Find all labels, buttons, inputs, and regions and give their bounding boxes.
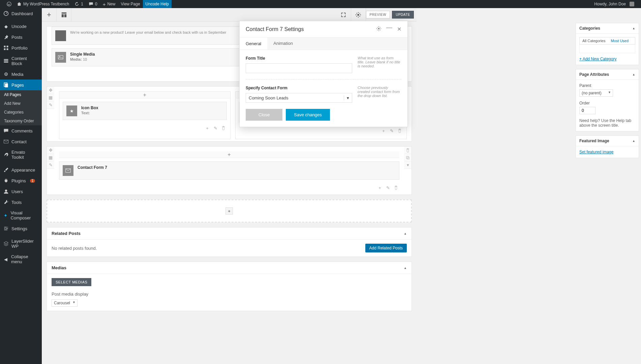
chevron-up-icon[interactable]: ▲ bbox=[404, 266, 407, 270]
tab-general[interactable]: General bbox=[240, 37, 267, 50]
svg-point-0 bbox=[7, 2, 11, 6]
settings-button[interactable] bbox=[351, 8, 366, 22]
mail-icon bbox=[63, 165, 73, 176]
svg-rect-4 bbox=[4, 49, 6, 50]
sliders-icon bbox=[3, 226, 9, 231]
trash-icon[interactable] bbox=[396, 127, 403, 134]
edit-icon[interactable]: ✎ bbox=[212, 125, 219, 131]
svg-point-18 bbox=[357, 14, 359, 16]
field-label: Parent bbox=[579, 83, 635, 88]
columns-icon[interactable]: ▦ bbox=[47, 94, 54, 101]
close-icon[interactable]: ✕ bbox=[397, 26, 401, 32]
vc-icon: ✦ bbox=[3, 213, 8, 218]
edit-icon[interactable]: ✎ bbox=[385, 184, 391, 191]
minimize-icon[interactable]: — bbox=[386, 26, 392, 32]
site-link[interactable]: My WordPress Testbench bbox=[14, 0, 72, 8]
vc-row-cf7: ✥ ▦ ✎ ▾ + Contact Form 7 + ✎ bbox=[47, 146, 412, 195]
nav-contact[interactable]: Contact bbox=[0, 136, 42, 147]
set-featured-image-link[interactable]: Set featured image bbox=[579, 150, 613, 154]
vc-icon-box-module[interactable]: ★ Icon Box Text: bbox=[63, 102, 227, 120]
trash-icon[interactable] bbox=[404, 147, 411, 154]
chevron-up-icon[interactable]: ▲ bbox=[632, 73, 635, 76]
nav-content-block[interactable]: Content Block bbox=[0, 53, 42, 69]
nav-taxonomy-order[interactable]: Taxonomy Order bbox=[0, 117, 42, 125]
trash-icon[interactable] bbox=[393, 184, 399, 191]
order-input[interactable] bbox=[579, 107, 596, 114]
nav-users[interactable]: Users bbox=[0, 186, 42, 197]
related-posts-panel: Related Posts▲ No related posts found. A… bbox=[47, 227, 412, 257]
nav-uncode[interactable]: ◆Uncode bbox=[0, 21, 42, 32]
layers-icon bbox=[3, 241, 9, 246]
wp-admin-bar: My WordPress Testbench 1 0 +New View Pag… bbox=[0, 0, 641, 8]
tab-animation[interactable]: Animation bbox=[267, 37, 299, 50]
add-element-button[interactable]: + bbox=[42, 8, 57, 22]
move-icon[interactable]: ✥ bbox=[47, 147, 54, 154]
cf7-settings-modal: Contact Form 7 Settings — ✕ General Anim… bbox=[239, 21, 408, 127]
vc-cf7-module[interactable]: Contact Form 7 bbox=[59, 161, 399, 180]
fullscreen-button[interactable] bbox=[336, 8, 351, 22]
add-category-link[interactable]: + Add New Category bbox=[579, 57, 616, 61]
modal-title: Contact Form 7 Settings bbox=[246, 26, 304, 32]
view-page-link[interactable]: View Page bbox=[118, 0, 143, 8]
chevron-down-icon[interactable]: ▾ bbox=[404, 161, 411, 169]
chevron-up-icon[interactable]: ▲ bbox=[632, 139, 635, 143]
nav-page-categories[interactable]: Categories bbox=[0, 108, 42, 117]
nav-appearance[interactable]: Appearance bbox=[0, 164, 42, 175]
form-title-input[interactable] bbox=[246, 63, 352, 73]
update-button[interactable]: UPDATE bbox=[392, 11, 414, 19]
parent-select[interactable]: (no parent) bbox=[579, 89, 613, 97]
image-icon bbox=[55, 52, 66, 63]
preview-button[interactable]: PREVIEW bbox=[366, 11, 390, 19]
nav-plugins[interactable]: Plugins1 bbox=[0, 175, 42, 186]
close-button[interactable]: Close bbox=[246, 109, 282, 121]
new-link[interactable]: +New bbox=[100, 0, 118, 8]
nav-add-page[interactable]: Add New bbox=[0, 99, 42, 108]
nav-pages[interactable]: Pages bbox=[0, 80, 42, 90]
add-icon[interactable]: + bbox=[204, 125, 211, 131]
nav-dashboard[interactable]: Dashboard bbox=[0, 8, 42, 19]
column-add-button[interactable]: + bbox=[227, 152, 231, 157]
clone-icon[interactable] bbox=[404, 154, 411, 161]
chevron-up-icon[interactable]: ▲ bbox=[632, 27, 635, 30]
my-account[interactable]: Howdy, John Doe bbox=[591, 0, 637, 8]
select-medias-button[interactable]: SELECT MEDIAS bbox=[52, 278, 91, 286]
comment-icon bbox=[3, 128, 9, 133]
uncode-help-link[interactable]: Uncode Help bbox=[143, 0, 172, 8]
nav-media[interactable]: Media bbox=[0, 69, 42, 80]
svg-rect-22 bbox=[407, 157, 409, 159]
columns-icon[interactable]: ▦ bbox=[47, 154, 54, 161]
trash-icon[interactable] bbox=[220, 125, 227, 131]
media-display-select[interactable]: Carousel bbox=[52, 299, 78, 307]
column-add-button[interactable]: + bbox=[143, 92, 146, 98]
box-title: Featured Image bbox=[579, 139, 609, 143]
comments-link[interactable]: 0 bbox=[86, 0, 100, 8]
nav-visual-composer[interactable]: ✦Visual Composer bbox=[0, 208, 42, 223]
edit-icon[interactable]: ✎ bbox=[388, 127, 395, 134]
chevron-up-icon[interactable]: ▲ bbox=[404, 232, 407, 235]
nav-comments[interactable]: Comments bbox=[0, 125, 42, 136]
wp-logo[interactable] bbox=[4, 0, 14, 8]
updates-link[interactable]: 1 bbox=[72, 0, 86, 8]
add-icon[interactable]: + bbox=[380, 127, 387, 134]
nav-portfolio[interactable]: Portfolio bbox=[0, 42, 42, 53]
templates-button[interactable] bbox=[57, 8, 71, 22]
contact-form-select[interactable]: Coming Soon Leads ▾ bbox=[246, 93, 352, 103]
nav-collapse[interactable]: ◀Collapse menu bbox=[0, 251, 42, 267]
edit-row-icon[interactable]: ✎ bbox=[47, 101, 54, 109]
nav-all-pages[interactable]: All Pages bbox=[0, 90, 42, 99]
gear-icon[interactable] bbox=[376, 26, 381, 32]
tab-most-used[interactable]: Most Used bbox=[608, 37, 631, 44]
tab-all-categories[interactable]: All Categories bbox=[580, 37, 608, 44]
move-icon[interactable]: ✥ bbox=[47, 87, 54, 94]
nav-envato[interactable]: Envato Toolkit bbox=[0, 147, 42, 162]
edit-row-icon[interactable]: ✎ bbox=[47, 161, 54, 169]
add-related-posts-button[interactable]: Add Related Posts bbox=[365, 244, 407, 252]
add-icon[interactable]: + bbox=[376, 184, 383, 191]
nav-tools[interactable]: Tools bbox=[0, 197, 42, 208]
add-row-button[interactable]: + bbox=[225, 207, 233, 215]
nav-layerslider[interactable]: LayerSlider WP bbox=[0, 236, 42, 251]
nav-posts[interactable]: Posts bbox=[0, 32, 42, 42]
save-changes-button[interactable]: Save changes bbox=[286, 109, 330, 121]
svg-rect-7 bbox=[4, 60, 8, 61]
nav-settings[interactable]: Settings bbox=[0, 223, 42, 234]
